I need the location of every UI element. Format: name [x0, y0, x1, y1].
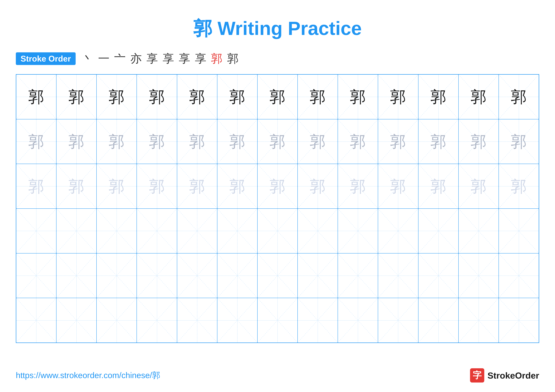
grid-cell[interactable] — [499, 253, 539, 298]
grid-cell[interactable] — [16, 253, 56, 298]
grid-cell[interactable] — [257, 298, 298, 343]
svg-line-150 — [418, 298, 458, 342]
grid-cell[interactable] — [378, 298, 418, 343]
grid-cell[interactable] — [177, 253, 217, 298]
grid-cell[interactable] — [459, 209, 499, 253]
svg-line-84 — [137, 209, 177, 253]
svg-line-125 — [418, 253, 458, 298]
grid-cell[interactable] — [16, 298, 56, 343]
grid-cell[interactable] — [298, 209, 338, 253]
grid-cell[interactable]: 郭 — [137, 74, 177, 119]
svg-line-78 — [16, 209, 56, 253]
stroke-order-badge: Stroke Order — [16, 52, 76, 65]
grid-cell[interactable]: 郭 — [459, 74, 499, 119]
grid-cell[interactable] — [338, 253, 378, 298]
grid-cell[interactable] — [16, 209, 56, 253]
svg-line-146 — [338, 298, 378, 342]
svg-line-110 — [137, 253, 177, 298]
grid-cell[interactable]: 郭 — [16, 119, 56, 164]
grid-cell[interactable]: 郭 — [177, 74, 217, 119]
grid-cell[interactable]: 郭 — [177, 119, 217, 164]
svg-line-139 — [177, 298, 217, 342]
svg-line-121 — [338, 253, 378, 298]
grid-cell[interactable]: 郭 — [56, 164, 96, 209]
svg-line-144 — [298, 298, 338, 342]
grid-cell[interactable] — [137, 298, 177, 343]
grid-cell[interactable] — [137, 209, 177, 253]
grid-cell[interactable]: 郭 — [56, 119, 96, 164]
grid-cell[interactable]: 郭 — [96, 119, 137, 164]
svg-line-104 — [16, 253, 56, 298]
practice-char: 郭 — [511, 89, 527, 105]
svg-line-154 — [499, 298, 539, 342]
grid-cell[interactable]: 郭 — [298, 164, 338, 209]
grid-cell[interactable]: 郭 — [298, 119, 338, 164]
grid-cell[interactable]: 郭 — [177, 164, 217, 209]
grid-cell[interactable]: 郭 — [459, 119, 499, 164]
grid-cell[interactable]: 郭 — [499, 74, 539, 119]
logo-icon: 字 — [470, 368, 484, 383]
grid-cell[interactable]: 郭 — [338, 164, 378, 209]
grid-cell[interactable]: 郭 — [217, 119, 257, 164]
grid-cell[interactable] — [418, 253, 459, 298]
grid-cell[interactable]: 郭 — [137, 164, 177, 209]
grid-cell[interactable] — [217, 253, 257, 298]
grid-cell[interactable] — [298, 253, 338, 298]
grid-cell[interactable]: 郭 — [137, 119, 177, 164]
grid-cell[interactable] — [217, 298, 257, 343]
grid-cell[interactable] — [418, 298, 459, 343]
grid-cell[interactable] — [56, 253, 96, 298]
grid-cell[interactable]: 郭 — [338, 119, 378, 164]
grid-cell[interactable]: 郭 — [459, 164, 499, 209]
grid-cell[interactable] — [257, 209, 298, 253]
grid-cell[interactable]: 郭 — [338, 74, 378, 119]
grid-cell[interactable] — [499, 298, 539, 343]
grid-cell[interactable]: 郭 — [16, 74, 56, 119]
grid-cell[interactable] — [378, 209, 418, 253]
grid-cell[interactable] — [499, 209, 539, 253]
svg-line-113 — [177, 253, 217, 298]
grid-cell[interactable]: 郭 — [96, 164, 137, 209]
grid-cell[interactable] — [217, 209, 257, 253]
grid-cell[interactable]: 郭 — [217, 74, 257, 119]
grid-cell[interactable]: 郭 — [418, 119, 459, 164]
grid-cell[interactable]: 郭 — [499, 164, 539, 209]
grid-cell[interactable]: 郭 — [418, 164, 459, 209]
grid-cell[interactable] — [177, 298, 217, 343]
grid-cell[interactable] — [96, 209, 137, 253]
grid-cell[interactable]: 郭 — [96, 74, 137, 119]
svg-line-108 — [97, 253, 137, 298]
grid-cell[interactable]: 郭 — [418, 74, 459, 119]
grid-cell[interactable] — [378, 253, 418, 298]
grid-cell[interactable] — [418, 209, 459, 253]
grid-cell[interactable]: 郭 — [378, 164, 418, 209]
grid-cell[interactable] — [56, 298, 96, 343]
grid-cell[interactable]: 郭 — [257, 164, 298, 209]
grid-cell[interactable]: 郭 — [56, 74, 96, 119]
grid-cell[interactable] — [96, 298, 137, 343]
grid-cell[interactable]: 郭 — [16, 164, 56, 209]
svg-line-99 — [418, 209, 458, 253]
grid-cell[interactable]: 郭 — [257, 74, 298, 119]
grid-cell[interactable]: 郭 — [378, 74, 418, 119]
grid-cell[interactable] — [137, 253, 177, 298]
svg-line-132 — [57, 298, 96, 342]
grid-cell[interactable] — [459, 298, 499, 343]
grid-cell[interactable]: 郭 — [298, 74, 338, 119]
grid-cell[interactable] — [338, 298, 378, 343]
grid-cell[interactable]: 郭 — [217, 164, 257, 209]
grid-cell[interactable] — [257, 253, 298, 298]
grid-cell[interactable] — [298, 298, 338, 343]
svg-line-93 — [298, 209, 338, 253]
svg-line-101 — [459, 209, 498, 253]
grid-cell[interactable] — [177, 209, 217, 253]
grid-cell[interactable]: 郭 — [378, 119, 418, 164]
practice-char: 郭 — [390, 178, 406, 194]
grid-cell[interactable] — [459, 253, 499, 298]
grid-cell[interactable]: 郭 — [499, 119, 539, 164]
grid-cell[interactable] — [338, 209, 378, 253]
practice-char: 郭 — [310, 178, 326, 194]
grid-cell[interactable] — [56, 209, 96, 253]
grid-cell[interactable] — [96, 253, 137, 298]
grid-cell[interactable]: 郭 — [257, 119, 298, 164]
